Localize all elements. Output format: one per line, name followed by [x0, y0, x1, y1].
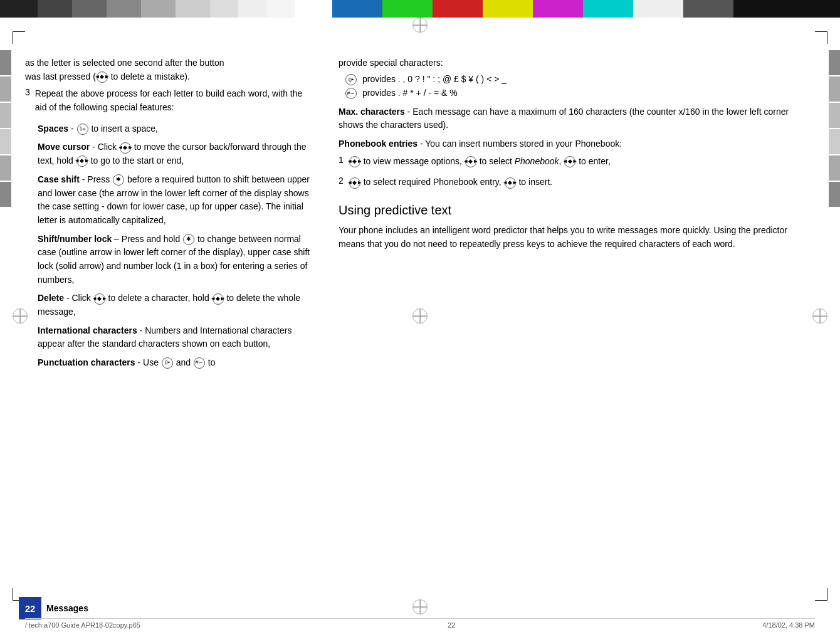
delete-item: Delete - Click ◄◆► to delete a character…	[38, 292, 313, 319]
color-swatch-magenta	[533, 0, 583, 18]
side-deco-right	[829, 50, 840, 207]
ph-step-1-text: ◄◆► to view message options, ◄◆► to sele…	[349, 155, 611, 169]
section-heading: Using predictive text	[339, 203, 815, 218]
color-swatch-7	[210, 0, 238, 18]
color-swatch-black	[733, 0, 840, 18]
case-shift-item: Case shift - Press ✱ before a required b…	[38, 173, 313, 228]
color-swatch-6	[176, 0, 210, 18]
bottom-bar: 22 Messages	[19, 596, 840, 621]
shift-lock-item: Shift/number lock – Press and hold ✱ to …	[38, 233, 313, 287]
provide-intro: provide special characters:	[339, 56, 815, 70]
bottom-footer: / tech a700 Guide APR18-02copy.p65 22 4/…	[25, 618, 815, 629]
color-swatch-light	[633, 0, 683, 18]
main-content: as the letter is selected one second aft…	[25, 56, 815, 594]
punct-paragraph: Punctuation characters - Use 0• and #∼ t…	[38, 356, 313, 370]
spaces-paragraph: Spaces - 1∞ to insert a space,	[38, 122, 313, 136]
color-swatch-yellow	[483, 0, 533, 18]
move-cursor-label: Move cursor	[38, 142, 90, 152]
ph-step-1: 1 ◄◆► to view message options, ◄◆► to se…	[339, 155, 815, 172]
max-chars-paragraph: Max. characters - Each message can have …	[339, 105, 815, 132]
color-swatch-5	[141, 0, 176, 18]
footer-left-text: / tech a700 Guide APR18-02copy.p65	[25, 621, 140, 629]
nav-icon-ph1: ◄◆►	[349, 156, 360, 167]
corner-mark-tl	[13, 31, 25, 44]
right-column: provide special characters: 0• provides …	[339, 56, 815, 594]
shift-lock-paragraph: Shift/number lock – Press and hold ✱ to …	[38, 233, 313, 287]
nav-icon-del1: ◄◆►	[94, 293, 105, 305]
hash-provides-text: provides . # * + / - = & %	[362, 88, 458, 98]
color-swatch-3	[72, 0, 107, 18]
btn-zero-provides-icon: 0•	[345, 74, 357, 85]
zero-provides-text: provides . , 0 ? ! " : ; @ £ $ ¥ ( ) < >…	[362, 74, 507, 84]
phonebook-italic: Phonebook	[515, 156, 559, 166]
nav-icon-cursor2: ◄◆►	[76, 155, 88, 167]
page-number-badge: 22	[19, 597, 41, 619]
btn-hash-provides-icon: #∼	[345, 88, 357, 99]
page-number: 22	[25, 603, 36, 614]
btn-1ao-icon: 1∞	[77, 124, 88, 135]
top-bar-left	[0, 0, 332, 18]
spaces-item: Spaces - 1∞ to insert a space,	[38, 122, 313, 136]
ph-step-2: 2 ◄◆► to select required Phonebook entry…	[339, 176, 815, 193]
ph-step-1-number: 1	[339, 155, 344, 172]
color-swatch-dark	[683, 0, 733, 18]
side-deco-left	[0, 50, 11, 207]
hash-provides-row: #∼ provides . # * + / - = & %	[345, 88, 815, 99]
phonebook-entries-label: Phonebook entries	[339, 139, 417, 149]
nav-icon-ph2: ◄◆►	[465, 156, 476, 167]
top-bar-right	[332, 0, 840, 18]
corner-mark-tr	[815, 31, 827, 44]
step-3-item: 3 Repeat the above process for each lett…	[25, 87, 313, 118]
crosshair-top	[412, 18, 428, 33]
btn-zero-icon: 0•	[162, 357, 173, 369]
section-body: Your phone includes an intelligent word …	[339, 224, 815, 251]
intl-chars-item: International characters - Numbers and I…	[38, 324, 313, 351]
color-swatch-cyan	[583, 0, 633, 18]
nav-icon-ph4: ◄◆►	[349, 177, 360, 189]
color-swatch-2	[38, 0, 72, 18]
btn-star-icon: ✱	[113, 174, 124, 186]
nav-icon-ph3: ◄◆►	[564, 156, 575, 167]
max-chars-text: - Each message can have a maximum of 160…	[339, 107, 789, 130]
footer-page-number: 22	[448, 621, 455, 629]
nav-icon-ph5: ◄◆►	[505, 177, 516, 189]
move-cursor-paragraph: Move cursor - Click ◄◆► to move the curs…	[38, 140, 313, 167]
step-3-text: Repeat the above process for each letter…	[35, 87, 313, 114]
color-swatch-8	[238, 0, 266, 18]
shift-lock-label: Shift/number lock	[38, 234, 112, 244]
punct-label: Punctuation characters	[38, 357, 135, 367]
color-swatch-red	[433, 0, 483, 18]
ph-step-2-text: ◄◆► to select required Phonebook entry, …	[349, 176, 552, 189]
spaces-label: Spaces	[38, 124, 68, 134]
footer-right-text: 4/18/02, 4:38 PM	[762, 621, 815, 629]
punct-item: Punctuation characters - Use 0• and #∼ t…	[38, 356, 313, 370]
phonebook-entries-paragraph: Phonebook entries - You can insert numbe…	[339, 137, 815, 151]
zero-provides-row: 0• provides . , 0 ? ! " : ; @ £ $ ¥ ( ) …	[345, 74, 815, 85]
color-swatch-4	[107, 0, 141, 18]
color-swatch-blue	[332, 0, 382, 18]
ph-step-2-number: 2	[339, 176, 344, 193]
nav-icon-cursor1: ◄◆►	[120, 142, 131, 154]
case-shift-label: Case shift	[38, 174, 80, 184]
color-swatch-green	[382, 0, 433, 18]
delete-label: Delete	[38, 293, 64, 303]
left-column: as the letter is selected one second aft…	[25, 56, 313, 594]
intro-paragraph: as the letter is selected one second aft…	[25, 56, 313, 83]
color-swatch-1	[0, 0, 38, 18]
nav-icon-del2: ◄◆►	[213, 293, 224, 305]
btn-hash-icon: #∼	[194, 357, 205, 369]
top-color-bar	[0, 0, 840, 18]
max-chars-label: Max. characters	[339, 107, 405, 117]
bottom-section-label: Messages	[46, 603, 88, 613]
case-shift-paragraph: Case shift - Press ✱ before a required b…	[38, 173, 313, 228]
move-cursor-item: Move cursor - Click ◄◆► to move the curs…	[38, 140, 313, 167]
intl-chars-paragraph: International characters - Numbers and I…	[38, 324, 313, 351]
delete-paragraph: Delete - Click ◄◆► to delete a character…	[38, 292, 313, 319]
nav-icon-delete: ◄◆►	[97, 71, 108, 83]
phonebook-entries-text: - You can insert numbers stored in your …	[417, 139, 622, 149]
step-3-number: 3	[25, 87, 30, 118]
btn-star-hold-icon: ✱	[183, 234, 194, 245]
intl-chars-label: International characters	[38, 325, 137, 335]
color-swatch-9	[266, 0, 295, 18]
